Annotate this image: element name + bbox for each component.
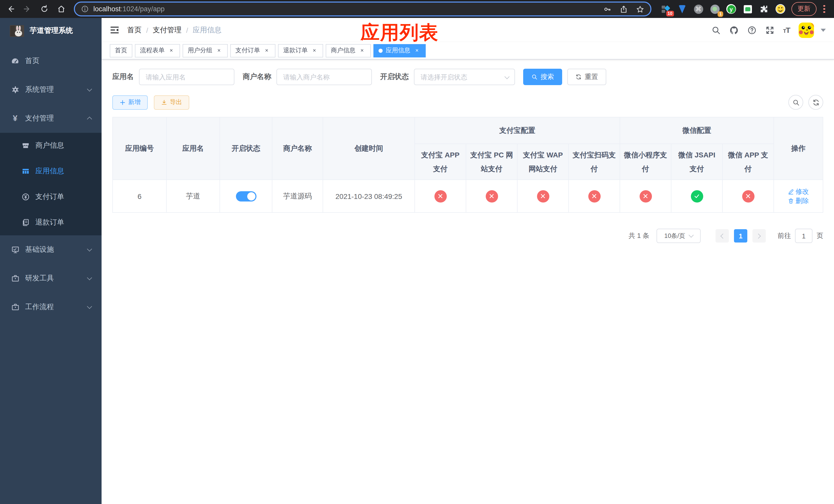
forward-icon[interactable]: [23, 5, 32, 13]
breadcrumb-payment[interactable]: 支付管理: [153, 25, 181, 35]
close-icon[interactable]: ×: [168, 47, 175, 54]
tab-label: 应用信息: [386, 46, 410, 55]
screen: localhost:1024/pay/app 10 ⌘ 1 y 更新: [0, 0, 834, 504]
status-toggle[interactable]: [236, 191, 256, 201]
group-wechat-config: 微信配置: [620, 117, 774, 144]
pagination: 共 1 条 10条/页 1 前往 页: [112, 229, 823, 243]
browser-update-button[interactable]: 更新: [791, 2, 816, 16]
extensions-area: 10 ⌘ 1 y: [656, 4, 790, 14]
extension-y-icon[interactable]: y: [726, 4, 736, 14]
font-size-icon[interactable]: TT: [783, 26, 790, 35]
document-icon: [21, 218, 30, 227]
refresh-table-button[interactable]: [808, 95, 823, 110]
status-select[interactable]: [414, 69, 515, 85]
bookmark-star-icon[interactable]: [636, 5, 644, 13]
extension-panel-icon[interactable]: 10: [661, 4, 671, 14]
tab-user-group[interactable]: 用户分组×: [182, 44, 228, 57]
close-icon[interactable]: ×: [263, 47, 270, 54]
sidebar-item-app-info[interactable]: 应用信息: [0, 158, 102, 184]
payment-submenu: 商户信息 应用信息 支付订单 退款订单: [0, 133, 102, 235]
toggle-knob: [247, 192, 255, 200]
back-icon[interactable]: [6, 5, 15, 13]
cell-alipay-qr: [569, 180, 620, 212]
sidebar-collapse-icon[interactable]: [110, 25, 119, 35]
goto-page-input[interactable]: [795, 229, 812, 243]
sidebar-item-dev-tools[interactable]: 研发工具: [0, 264, 102, 293]
tab-label: 退款订单: [283, 46, 308, 55]
sidebar-logo[interactable]: 芋道管理系统: [0, 18, 102, 44]
app-name-input[interactable]: [139, 69, 235, 85]
sidebar-item-refund-order[interactable]: 退款订单: [0, 210, 102, 235]
extension-chat-icon[interactable]: [743, 4, 752, 14]
home-icon[interactable]: [57, 5, 66, 13]
cell-app-name: 芋道: [167, 180, 220, 212]
tab-app-info[interactable]: 应用信息×: [373, 44, 426, 57]
show-search-button[interactable]: [788, 95, 803, 110]
command-icon: ⌘: [694, 4, 703, 14]
sidebar-item-pay-order[interactable]: 支付订单: [0, 184, 102, 210]
search-icon[interactable]: [711, 25, 720, 35]
delete-link[interactable]: 删除: [788, 196, 809, 205]
download-icon: [161, 99, 167, 105]
active-dot-icon: [378, 48, 382, 52]
address-bar[interactable]: localhost:1024/pay/app: [74, 2, 652, 17]
page-size-select[interactable]: 10条/页: [657, 229, 701, 243]
toolbar-right-actions: [788, 95, 823, 110]
sidebar-item-home[interactable]: 首页: [0, 47, 102, 75]
url-text[interactable]: localhost:1024/pay/app: [93, 5, 598, 13]
extensions-puzzle-icon[interactable]: [759, 4, 769, 14]
sidebar-item-merchant-info[interactable]: 商户信息: [0, 133, 102, 158]
disabled-badge: [742, 190, 754, 202]
site-info-icon[interactable]: [81, 5, 89, 13]
tab-refund-order[interactable]: 退款订单×: [278, 44, 323, 57]
tab-process-form[interactable]: 流程表单×: [135, 44, 180, 57]
col-alipay-qr: 支付宝扫码支付: [569, 144, 620, 180]
password-key-icon[interactable]: [603, 5, 611, 13]
sidebar-menu: 首页 系统管理 ¥ 支付管理 商户信息: [0, 44, 102, 321]
extension-recorder-icon[interactable]: 1: [710, 4, 720, 14]
close-icon[interactable]: ×: [311, 47, 318, 54]
sidebar-item-infrastructure[interactable]: 基础设施: [0, 235, 102, 264]
github-icon[interactable]: [729, 25, 738, 35]
export-button[interactable]: 导出: [154, 95, 189, 110]
extension-kite-icon[interactable]: [677, 4, 687, 14]
add-button[interactable]: 新增: [112, 95, 148, 110]
reload-icon[interactable]: [40, 5, 49, 13]
col-merchant: 商户名称: [272, 117, 323, 180]
user-avatar[interactable]: [798, 22, 814, 38]
close-icon[interactable]: ×: [413, 47, 421, 54]
browser-profile-avatar[interactable]: [775, 4, 785, 14]
reset-button[interactable]: 重置: [567, 69, 606, 85]
avatar-caret-icon[interactable]: [821, 28, 826, 31]
merchant-name-label: 商户名称: [243, 72, 271, 82]
help-icon[interactable]: [747, 25, 756, 35]
status-select-input[interactable]: [414, 69, 515, 85]
sidebar-item-payment[interactable]: ¥ 支付管理: [0, 104, 102, 133]
current-page-button[interactable]: 1: [734, 229, 747, 243]
sidebar-item-system[interactable]: 系统管理: [0, 75, 102, 104]
fullscreen-icon[interactable]: [765, 25, 774, 35]
breadcrumb-home[interactable]: 首页: [127, 25, 141, 35]
merchant-name-input[interactable]: [277, 69, 372, 85]
tab-home[interactable]: 首页: [110, 44, 132, 57]
extension-command-icon[interactable]: ⌘: [694, 4, 703, 14]
edit-link[interactable]: 修改: [788, 187, 809, 196]
share-icon[interactable]: [620, 5, 628, 13]
prev-page-button[interactable]: [716, 229, 729, 243]
next-page-button[interactable]: [752, 229, 766, 243]
col-app-name: 应用名: [167, 117, 220, 180]
sidebar: 芋道管理系统 首页 系统管理 ¥ 支付管理: [0, 18, 102, 504]
cross-icon: [540, 193, 546, 199]
disabled-badge: [588, 190, 600, 202]
cell-created: 2021-10-23 08:49:25: [323, 180, 415, 212]
search-button[interactable]: 搜索: [523, 69, 562, 85]
sidebar-item-workflow[interactable]: 工作流程: [0, 293, 102, 321]
close-icon[interactable]: ×: [215, 47, 223, 54]
breadcrumb-current: 应用信息: [193, 25, 222, 35]
tab-pay-order[interactable]: 支付订单×: [230, 44, 276, 57]
browser-menu-icon[interactable]: [821, 5, 828, 13]
chevron-up-icon: [87, 117, 92, 122]
extension-badge: 1: [718, 11, 723, 17]
close-icon[interactable]: ×: [358, 47, 366, 54]
tab-merchant-info[interactable]: 商户信息×: [326, 44, 371, 57]
